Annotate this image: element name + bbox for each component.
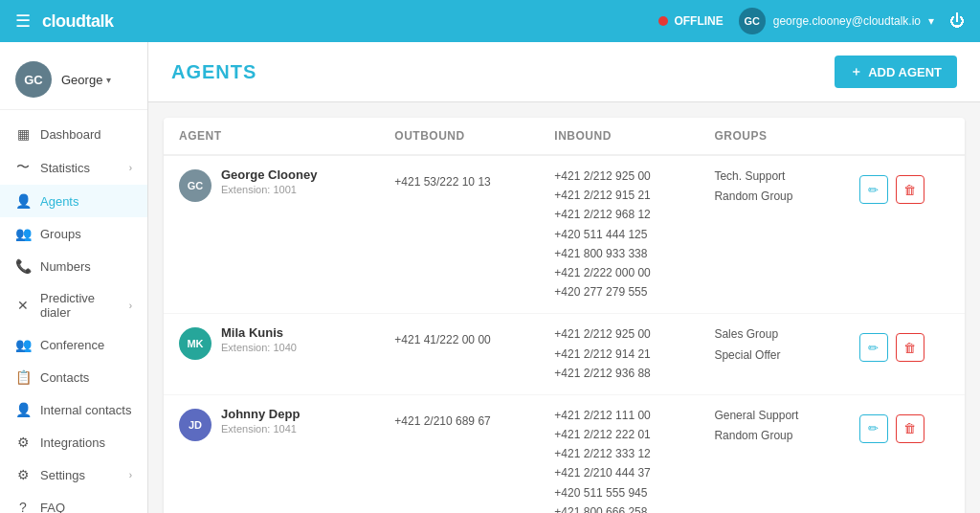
profile-avatar: GC xyxy=(15,61,52,98)
sidebar-item-internal-contacts[interactable]: 👤 Internal contacts xyxy=(0,393,147,426)
groups-cell: Tech. SupportRandom Group xyxy=(699,155,843,314)
table-row: GC George Clooney Extension: 1001 +421 5… xyxy=(164,155,965,314)
inbound-number: +421 2/212 222 01 xyxy=(554,426,683,444)
outbound-number: +421 53/222 10 13 xyxy=(394,167,523,189)
sidebar-item-integrations[interactable]: ⚙ Integrations xyxy=(0,426,147,458)
agent-name: Mila Kunis xyxy=(221,325,297,340)
sidebar-item-agents[interactable]: 👤 Agents xyxy=(0,185,147,217)
edit-button[interactable]: ✏ xyxy=(859,333,888,362)
sidebar-label: Agents xyxy=(40,194,132,209)
inbound-number: +421 2/212 915 21 xyxy=(554,187,683,205)
agent-avatar: JD xyxy=(179,409,212,441)
outbound-cell: +421 2/210 689 67 xyxy=(379,394,539,513)
chevron-right-icon: › xyxy=(129,301,132,311)
inbound-number: +421 2/222 000 00 xyxy=(554,264,683,282)
groups-cell: General SupportRandom Group xyxy=(699,394,843,513)
sidebar-item-dashboard[interactable]: ▦ Dashboard xyxy=(0,118,147,150)
dashboard-icon: ▦ xyxy=(15,126,31,142)
group-name: General Support xyxy=(714,407,828,425)
user-info[interactable]: GC george.clooney@cloudtalk.io ▾ xyxy=(739,8,934,34)
status-dot-icon xyxy=(658,16,668,26)
delete-button[interactable]: 🗑 xyxy=(896,333,924,362)
predictive-dialer-icon: ✕ xyxy=(15,298,31,313)
topbar-user-email: george.clooney@cloudtalk.io xyxy=(773,14,921,28)
table-header-row: AGENT OUTBOUND INBOUND GROUPS xyxy=(164,118,965,155)
col-actions xyxy=(844,118,965,155)
agent-name: Johnny Depp xyxy=(221,407,300,421)
sidebar-label: Dashboard xyxy=(40,127,132,142)
inbound-number: +421 2/212 333 12 xyxy=(554,445,683,463)
agent-cell: JD Johnny Depp Extension: 1041 xyxy=(164,394,379,513)
integrations-icon: ⚙ xyxy=(15,435,31,450)
power-icon[interactable]: ⏻ xyxy=(949,12,965,30)
inbound-number: +420 511 555 945 xyxy=(554,484,683,502)
agent-cell: GC George Clooney Extension: 1001 xyxy=(164,155,379,314)
hamburger-menu-icon[interactable]: ☰ xyxy=(15,11,31,32)
sidebar-item-faq[interactable]: ? FAQ xyxy=(0,491,147,513)
col-agent: AGENT xyxy=(164,118,379,155)
col-groups: GROUPS xyxy=(699,118,843,155)
content-area: AGENTS ＋ ADD AGENT AGENT OUTBOUND INBOUN… xyxy=(148,42,980,513)
inbound-number: +421 2/212 925 00 xyxy=(554,325,683,344)
sidebar-label: Groups xyxy=(40,227,132,241)
sidebar-item-conference[interactable]: 👥 Conference xyxy=(0,328,147,361)
topbar-right: OFFLINE GC george.clooney@cloudtalk.io ▾… xyxy=(658,8,965,34)
table-row: MK Mila Kunis Extension: 1040 +421 41/22… xyxy=(164,314,965,395)
sidebar-nav: ▦ Dashboard 〜 Statistics › 👤 Agents 👥 Gr… xyxy=(0,118,147,513)
actions-cell: ✏ 🗑 xyxy=(844,155,965,314)
outbound-cell: +421 41/222 00 00 xyxy=(379,314,539,395)
inbound-number: +421 2/210 444 37 xyxy=(554,464,683,482)
page-header: AGENTS ＋ ADD AGENT xyxy=(148,42,980,102)
sidebar-item-contacts[interactable]: 📋 Contacts xyxy=(0,361,147,393)
inbound-number: +421 2/212 914 21 xyxy=(554,346,683,364)
add-agent-button[interactable]: ＋ ADD AGENT xyxy=(835,56,957,88)
profile-chevron-icon: ▾ xyxy=(106,75,111,85)
actions-cell: ✏ 🗑 xyxy=(844,394,965,513)
sidebar-label: Numbers xyxy=(40,259,132,274)
groups-cell: Sales GroupSpecial Offer xyxy=(699,314,843,395)
logo: cloudtalk xyxy=(42,11,114,32)
inbound-number: +421 2/212 925 00 xyxy=(554,167,683,186)
topbar-left: ☰ cloudtalk xyxy=(15,11,114,32)
inbound-cell: +421 2/212 925 00+421 2/212 915 21+421 2… xyxy=(539,155,699,314)
agent-avatar: MK xyxy=(179,327,212,360)
sidebar-label: Internal contacts xyxy=(40,403,132,417)
sidebar-label: Settings xyxy=(40,468,120,482)
sidebar-label: Statistics xyxy=(40,161,120,175)
edit-button[interactable]: ✏ xyxy=(859,175,888,204)
agent-extension: Extension: 1001 xyxy=(221,184,317,195)
edit-button[interactable]: ✏ xyxy=(859,414,888,443)
agents-table-container: AGENT OUTBOUND INBOUND GROUPS GC George … xyxy=(164,118,965,513)
contacts-icon: 📋 xyxy=(15,369,31,385)
group-name: Random Group xyxy=(714,188,828,206)
agent-extension: Extension: 1040 xyxy=(221,342,297,353)
sidebar-label: FAQ xyxy=(40,501,132,514)
conference-icon: 👥 xyxy=(15,337,31,352)
group-name: Tech. Support xyxy=(714,167,828,186)
agents-icon: 👤 xyxy=(15,193,31,209)
outbound-number: +421 2/210 689 67 xyxy=(394,407,523,428)
topbar: ☰ cloudtalk OFFLINE GC george.clooney@cl… xyxy=(0,0,980,42)
sidebar-profile[interactable]: GC George ▾ xyxy=(0,50,147,110)
sidebar-item-numbers[interactable]: 📞 Numbers xyxy=(0,250,147,282)
inbound-number: +420 511 444 125 xyxy=(554,226,683,244)
sidebar: GC George ▾ ▦ Dashboard 〜 Statistics › 👤… xyxy=(0,42,148,513)
sidebar-item-predictive-dialer[interactable]: ✕ Predictive dialer › xyxy=(0,282,147,328)
sidebar-item-statistics[interactable]: 〜 Statistics › xyxy=(0,150,147,185)
delete-button[interactable]: 🗑 xyxy=(896,414,924,443)
col-outbound: OUTBOUND xyxy=(379,118,539,155)
agent-cell: MK Mila Kunis Extension: 1040 xyxy=(164,314,379,395)
sidebar-item-settings[interactable]: ⚙ Settings › xyxy=(0,458,147,491)
chevron-right-icon: › xyxy=(129,470,132,480)
sidebar-item-groups[interactable]: 👥 Groups xyxy=(0,217,147,250)
chevron-down-icon: ▾ xyxy=(928,14,934,28)
status-badge: OFFLINE xyxy=(658,14,723,28)
chevron-right-icon: › xyxy=(129,163,132,173)
agent-avatar: GC xyxy=(179,169,212,202)
profile-name: George ▾ xyxy=(61,73,111,87)
sidebar-label: Conference xyxy=(40,338,132,352)
sidebar-label: Integrations xyxy=(40,435,132,450)
delete-button[interactable]: 🗑 xyxy=(896,175,924,204)
faq-icon: ? xyxy=(15,500,31,513)
inbound-number: +421 800 933 338 xyxy=(554,245,683,263)
